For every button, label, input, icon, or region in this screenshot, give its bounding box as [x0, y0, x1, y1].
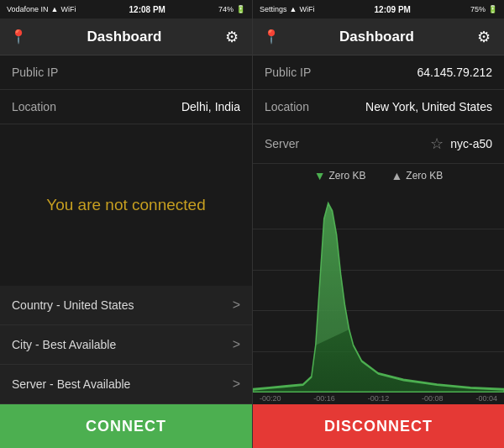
chart-x-labels: -00:20 -00:16 -00:12 -00:08 -00:04	[253, 393, 504, 404]
not-connected-area: You are not connected	[0, 124, 252, 286]
location-row-left: Location Delhi, India	[0, 90, 252, 124]
server-arrow: >	[233, 377, 240, 392]
settings-label: Settings	[260, 5, 287, 13]
public-ip-row-right: Public IP 64.145.79.212	[253, 55, 504, 90]
x-label-0: -00:20	[260, 394, 281, 403]
left-panel: Vodafone IN ▲ WiFi 12:08 PM 74% 🔋 📍 Dash…	[0, 0, 252, 448]
server-row-label: Server	[265, 137, 299, 150]
battery-text-left: 74%	[218, 5, 234, 13]
battery-icon-left: 🔋	[236, 5, 245, 13]
download-value: Zero KB	[328, 170, 365, 182]
header-title-left: Dashboard	[87, 29, 162, 45]
signal-icon: ▲	[51, 5, 59, 13]
city-menu-item[interactable]: City - Best Available >	[0, 325, 252, 365]
status-bar-left-info: Vodafone IN ▲ WiFi	[7, 5, 76, 13]
public-ip-label-left: Public IP	[12, 66, 58, 79]
disconnect-button-label: DISCONNECT	[324, 418, 433, 435]
chart-svg	[253, 187, 504, 393]
battery-left: 74% 🔋	[218, 5, 245, 13]
star-icon[interactable]: ☆	[430, 134, 444, 153]
server-menu-item[interactable]: Server - Best Available >	[0, 365, 252, 404]
upload-arrow-icon: ▲	[391, 169, 403, 182]
wifi-icon-right: WiFi	[299, 5, 314, 13]
public-ip-label-right: Public IP	[265, 66, 311, 79]
signal-icon-right: ▲	[290, 5, 297, 13]
x-label-2: -00:12	[368, 394, 390, 403]
country-label: Country - United States	[12, 298, 134, 312]
location-value-right: New York, United States	[365, 100, 492, 113]
header-right: 📍 Dashboard ⚙	[253, 18, 504, 55]
country-menu-item[interactable]: Country - United States >	[0, 286, 252, 325]
status-bar-left: Vodafone IN ▲ WiFi 12:08 PM 74% 🔋	[0, 0, 252, 18]
x-label-3: -00:08	[422, 394, 444, 403]
server-row: Server ☆ nyc-a50	[253, 124, 504, 164]
location-label-right: Location	[265, 100, 309, 113]
svg-marker-0	[253, 203, 504, 393]
connect-button[interactable]: CONNECT	[0, 404, 252, 448]
connect-button-label: CONNECT	[86, 418, 166, 435]
chart-stats: ▼ Zero KB ▲ Zero KB	[253, 164, 504, 187]
upload-value: Zero KB	[406, 170, 443, 182]
location-icon-right: 📍	[263, 29, 280, 45]
city-label: City - Best Available	[12, 338, 116, 351]
location-label-left: Location	[12, 100, 56, 113]
battery-text-right: 75%	[470, 5, 486, 13]
carrier-text: Vodafone IN	[7, 5, 49, 13]
gear-icon-right[interactable]: ⚙	[474, 27, 494, 47]
time-left: 12:08 PM	[129, 5, 165, 14]
wifi-icon: WiFi	[60, 5, 76, 13]
public-ip-value-right: 64.145.79.212	[417, 66, 492, 79]
battery-icon-right: 🔋	[488, 5, 497, 13]
chart-container	[253, 187, 504, 393]
battery-right-info: 75% 🔋	[470, 5, 497, 13]
server-name: nyc-a50	[450, 137, 492, 150]
disconnect-button[interactable]: DISCONNECT	[253, 404, 504, 448]
status-bar-right-info: Settings ▲ WiFi	[260, 5, 314, 13]
status-bar-right: Settings ▲ WiFi 12:09 PM 75% 🔋	[253, 0, 504, 18]
download-arrow-icon: ▼	[314, 169, 326, 182]
country-arrow: >	[233, 298, 240, 313]
location-value-left: Delhi, India	[181, 100, 240, 113]
upload-stat: ▲ Zero KB	[391, 169, 444, 182]
public-ip-row-left: Public IP	[0, 55, 252, 90]
x-label-1: -00:16	[313, 394, 335, 403]
gear-icon-left[interactable]: ⚙	[222, 27, 242, 47]
time-right: 12:09 PM	[375, 5, 411, 14]
city-arrow: >	[233, 337, 240, 352]
right-panel: Settings ▲ WiFi 12:09 PM 75% 🔋 📍 Dashboa…	[252, 0, 504, 448]
location-icon-left: 📍	[10, 29, 27, 45]
svg-marker-1	[316, 203, 349, 345]
server-label-menu: Server - Best Available	[12, 377, 130, 391]
header-left: 📍 Dashboard ⚙	[0, 18, 252, 55]
header-title-right: Dashboard	[339, 29, 414, 45]
download-stat: ▼ Zero KB	[314, 169, 366, 182]
location-row-right: Location New York, United States	[253, 90, 504, 124]
server-row-right: ☆ nyc-a50	[430, 134, 492, 153]
x-label-4: -00:04	[475, 394, 497, 403]
not-connected-text: You are not connected	[46, 196, 205, 214]
